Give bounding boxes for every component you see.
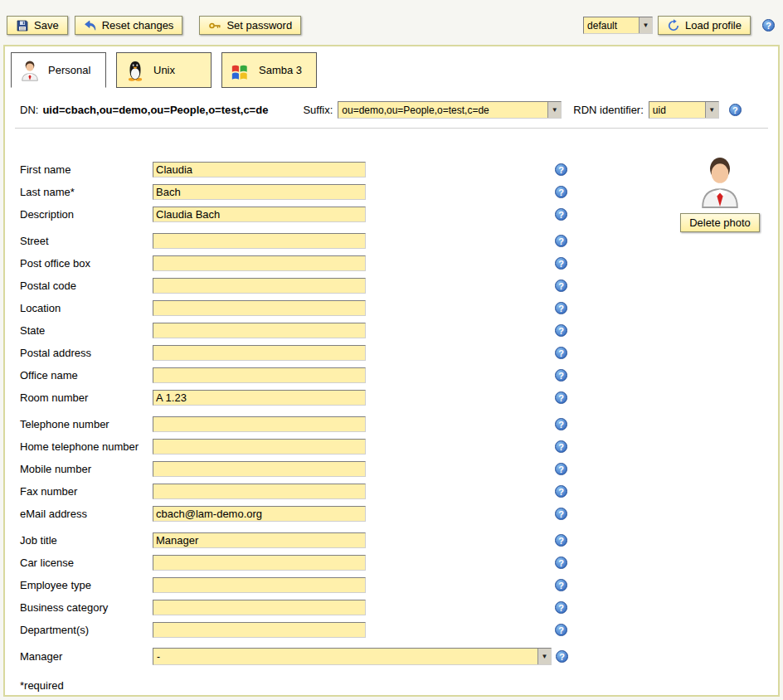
input-street[interactable] xyxy=(153,233,366,249)
field-row: Business category ? xyxy=(20,596,778,619)
field-label: Postal address xyxy=(20,347,153,359)
field-row: Room number ? xyxy=(20,386,778,409)
input-fax-number[interactable] xyxy=(153,484,366,499)
module-tabs: Personal Unix Samba 3 xyxy=(5,46,778,88)
rdn-select-value: uid xyxy=(649,102,705,118)
save-button[interactable]: Save xyxy=(7,16,68,35)
field-label: Telephone number xyxy=(20,418,153,430)
help-icon[interactable]: ? xyxy=(555,235,567,247)
help-icon[interactable]: ? xyxy=(555,534,567,547)
input-last-name[interactable] xyxy=(153,184,366,200)
help-icon[interactable]: ? xyxy=(555,324,567,337)
form-rows: First name ? Last name* ? Description ? … xyxy=(20,158,778,641)
suffix-select[interactable]: ou=demo,ou=People,o=test,c=de ▼ xyxy=(338,101,562,119)
profile-select[interactable]: default ▼ xyxy=(583,17,653,34)
manager-row: Manager - ▼ ? xyxy=(20,645,778,668)
field-row: Location ? xyxy=(20,297,778,319)
field-label: Street xyxy=(20,235,153,247)
tab-samba3[interactable]: Samba 3 xyxy=(221,52,317,88)
help-icon[interactable]: ? xyxy=(555,280,567,292)
field-row: First name ? xyxy=(20,158,778,181)
field-label: Last name* xyxy=(20,186,153,198)
help-icon[interactable]: ? xyxy=(555,601,567,614)
help-icon[interactable]: ? xyxy=(555,463,567,475)
field-row: Home telephone number ? xyxy=(20,435,778,458)
input-employee-type[interactable] xyxy=(153,577,366,593)
tab-unix[interactable]: Unix xyxy=(116,52,212,88)
windows-logo-icon xyxy=(230,60,251,81)
help-icon[interactable]: ? xyxy=(555,163,567,176)
chevron-down-icon: ▼ xyxy=(639,17,652,33)
person-icon xyxy=(19,60,41,81)
user-photo xyxy=(696,154,744,209)
field-label: First name xyxy=(20,163,153,176)
input-room-number[interactable] xyxy=(153,390,366,406)
input-department-s[interactable] xyxy=(153,622,366,638)
input-first-name[interactable] xyxy=(153,162,366,177)
tab-personal[interactable]: Personal xyxy=(11,52,106,88)
help-icon[interactable]: ? xyxy=(555,347,567,359)
help-icon[interactable]: ? xyxy=(555,302,567,314)
photo-block: Delete photo xyxy=(674,154,766,232)
toolbar: Save Reset changes Set password default … xyxy=(0,0,783,41)
profile-select-value: default xyxy=(584,17,639,33)
tab-samba3-label: Samba 3 xyxy=(259,64,302,76)
field-row: Car license ? xyxy=(20,552,778,574)
field-row: Telephone number ? xyxy=(20,413,778,435)
input-email-address[interactable] xyxy=(153,506,366,522)
field-label: Post office box xyxy=(20,257,153,270)
field-label: Postal code xyxy=(20,280,153,292)
input-office-name[interactable] xyxy=(153,367,366,383)
field-label: Manager xyxy=(20,650,153,663)
personal-form: First name ? Last name* ? Description ? … xyxy=(5,129,778,668)
reset-changes-label: Reset changes xyxy=(102,19,174,32)
input-business-category[interactable] xyxy=(153,600,366,615)
manager-select[interactable]: - ▼ xyxy=(153,648,552,665)
help-icon[interactable]: ? xyxy=(555,485,567,498)
field-row: Postal code ? xyxy=(20,275,778,297)
rdn-identifier-label: RDN identifier: xyxy=(573,104,644,116)
help-icon[interactable]: ? xyxy=(555,186,567,198)
input-home-telephone-number[interactable] xyxy=(153,439,366,455)
help-icon[interactable]: ? xyxy=(555,624,567,636)
load-profile-button[interactable]: Load profile xyxy=(658,16,751,35)
input-postal-code[interactable] xyxy=(153,278,366,294)
dn-bar: DN: uid=cbach,ou=demo,ou=People,o=test,c… xyxy=(5,88,778,119)
field-label: Location xyxy=(20,302,153,314)
input-location[interactable] xyxy=(153,300,366,316)
set-password-button[interactable]: Set password xyxy=(199,16,301,35)
rdn-identifier-select[interactable]: uid ▼ xyxy=(649,101,719,119)
field-label: eMail address xyxy=(20,508,153,520)
tab-unix-label: Unix xyxy=(153,64,175,76)
chevron-down-icon: ▼ xyxy=(705,102,718,118)
help-icon[interactable]: ? xyxy=(555,440,567,453)
help-icon[interactable]: ? xyxy=(555,579,567,591)
input-car-license[interactable] xyxy=(153,555,366,571)
delete-photo-label: Delete photo xyxy=(689,216,751,229)
help-icon[interactable]: ? xyxy=(555,418,567,430)
field-label: Description xyxy=(20,208,153,221)
help-icon[interactable]: ? xyxy=(555,257,567,270)
account-edit-panel: Personal Unix Samba 3 DN: uid=cbach,ou=d… xyxy=(3,45,780,697)
field-group: Telephone number ? Home telephone number… xyxy=(20,413,778,525)
help-icon[interactable]: ? xyxy=(555,208,567,221)
reset-changes-button[interactable]: Reset changes xyxy=(75,16,183,35)
field-row: Last name* ? xyxy=(20,181,778,203)
help-icon[interactable]: ? xyxy=(762,19,775,32)
delete-photo-button[interactable]: Delete photo xyxy=(680,213,760,232)
input-job-title[interactable] xyxy=(153,532,366,548)
help-icon[interactable]: ? xyxy=(555,508,567,520)
input-description[interactable] xyxy=(153,207,366,222)
tux-penguin-icon xyxy=(124,60,146,81)
input-post-office-box[interactable] xyxy=(153,255,366,271)
help-icon[interactable]: ? xyxy=(555,557,567,569)
help-icon[interactable]: ? xyxy=(556,650,568,663)
help-icon[interactable]: ? xyxy=(729,104,742,116)
input-state[interactable] xyxy=(153,323,366,338)
input-telephone-number[interactable] xyxy=(153,416,366,432)
help-icon[interactable]: ? xyxy=(555,369,567,382)
input-postal-address[interactable] xyxy=(153,345,366,361)
field-label: Job title xyxy=(20,534,153,547)
help-icon[interactable]: ? xyxy=(555,391,567,404)
input-mobile-number[interactable] xyxy=(153,461,366,477)
